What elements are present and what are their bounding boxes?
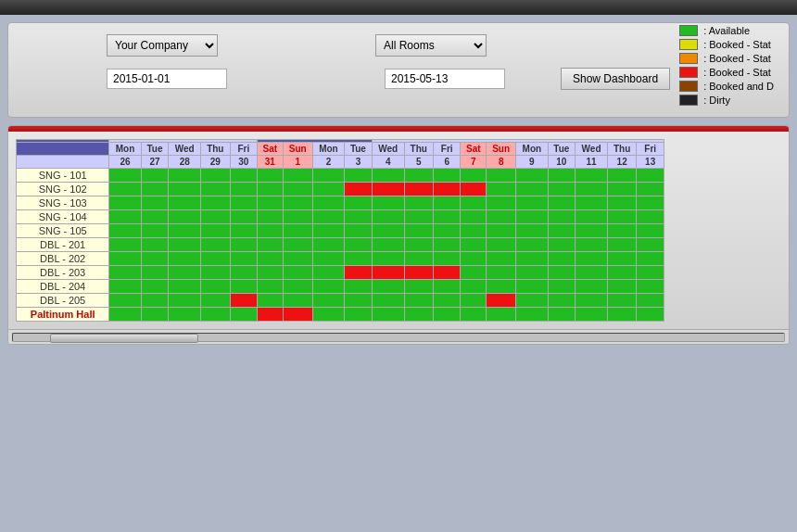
calendar-cell[interactable] [461, 196, 487, 210]
calendar-cell[interactable] [258, 252, 284, 266]
calendar-cell[interactable] [487, 210, 516, 224]
calendar-cell[interactable] [169, 183, 201, 196]
calendar-cell[interactable] [201, 238, 230, 252]
from-date-input[interactable] [107, 69, 227, 89]
calendar-cell[interactable] [169, 169, 201, 183]
calendar-cell[interactable] [169, 238, 201, 252]
calendar-cell[interactable] [345, 169, 373, 183]
calendar-cell[interactable] [109, 252, 141, 266]
calendar-cell[interactable] [345, 308, 373, 322]
calendar-cell[interactable] [487, 266, 516, 280]
calendar-cell[interactable] [312, 210, 344, 224]
calendar-cell[interactable] [608, 266, 637, 280]
calendar-cell[interactable] [169, 210, 201, 224]
calendar-cell[interactable] [516, 308, 548, 322]
calendar-cell[interactable] [487, 169, 516, 183]
calendar-cell[interactable] [433, 210, 461, 224]
calendar-cell[interactable] [637, 308, 664, 322]
calendar-cell[interactable] [576, 308, 608, 322]
calendar-cell[interactable] [141, 169, 169, 183]
calendar-cell[interactable] [548, 196, 576, 210]
calendar-cell[interactable] [576, 169, 608, 183]
calendar-cell[interactable] [372, 308, 404, 322]
calendar-cell[interactable] [433, 169, 461, 183]
calendar-cell[interactable] [461, 210, 487, 224]
calendar-cell[interactable] [516, 252, 548, 266]
calendar-cell[interactable] [637, 224, 664, 238]
calendar-cell[interactable] [258, 169, 284, 183]
calendar-cell[interactable] [230, 183, 258, 196]
calendar-cell[interactable] [461, 266, 487, 280]
calendar-cell[interactable] [433, 266, 461, 280]
calendar-cell[interactable] [141, 252, 169, 266]
calendar-cell[interactable] [312, 196, 344, 210]
calendar-cell[interactable] [461, 308, 487, 322]
calendar-cell[interactable] [637, 183, 664, 196]
calendar-cell[interactable] [312, 266, 344, 280]
hotel-select[interactable]: Your Company [107, 34, 218, 57]
calendar-cell[interactable] [312, 252, 344, 266]
calendar-cell[interactable] [433, 238, 461, 252]
calendar-cell[interactable] [201, 308, 230, 322]
calendar-cell[interactable] [637, 280, 664, 294]
calendar-cell[interactable] [433, 280, 461, 294]
calendar-cell[interactable] [548, 224, 576, 238]
calendar-cell[interactable] [433, 308, 461, 322]
calendar-cell[interactable] [230, 196, 258, 210]
calendar-cell[interactable] [345, 294, 373, 308]
calendar-cell[interactable] [372, 294, 404, 308]
calendar-cell[interactable] [201, 169, 230, 183]
calendar-cell[interactable] [461, 169, 487, 183]
calendar-cell[interactable] [433, 183, 461, 196]
calendar-cell[interactable] [608, 210, 637, 224]
calendar-cell[interactable] [461, 294, 487, 308]
calendar-cell[interactable] [576, 294, 608, 308]
calendar-cell[interactable] [283, 308, 312, 322]
calendar-cell[interactable] [345, 196, 373, 210]
calendar-cell[interactable] [548, 280, 576, 294]
calendar-cell[interactable] [109, 196, 141, 210]
calendar-cell[interactable] [404, 252, 433, 266]
calendar-cell[interactable] [258, 238, 284, 252]
calendar-cell[interactable] [404, 210, 433, 224]
calendar-cell[interactable] [548, 183, 576, 196]
calendar-cell[interactable] [576, 280, 608, 294]
calendar-cell[interactable] [230, 294, 258, 308]
calendar-cell[interactable] [230, 238, 258, 252]
calendar-cell[interactable] [461, 183, 487, 196]
calendar-cell[interactable] [283, 196, 312, 210]
calendar-cell[interactable] [608, 224, 637, 238]
calendar-cell[interactable] [637, 169, 664, 183]
calendar-cell[interactable] [404, 238, 433, 252]
calendar-cell[interactable] [608, 308, 637, 322]
calendar-cell[interactable] [404, 169, 433, 183]
calendar-cell[interactable] [312, 308, 344, 322]
calendar-cell[interactable] [230, 210, 258, 224]
calendar-cell[interactable] [109, 280, 141, 294]
calendar-cell[interactable] [487, 280, 516, 294]
calendar-cell[interactable] [141, 308, 169, 322]
calendar-cell[interactable] [461, 252, 487, 266]
calendar-cell[interactable] [345, 266, 373, 280]
calendar-cell[interactable] [372, 280, 404, 294]
calendar-cell[interactable] [516, 266, 548, 280]
calendar-cell[interactable] [109, 224, 141, 238]
calendar-cell[interactable] [141, 238, 169, 252]
calendar-cell[interactable] [576, 224, 608, 238]
calendar-cell[interactable] [576, 183, 608, 196]
calendar-cell[interactable] [404, 183, 433, 196]
calendar-cell[interactable] [608, 196, 637, 210]
calendar-cell[interactable] [109, 294, 141, 308]
calendar-cell[interactable] [169, 196, 201, 210]
calendar-cell[interactable] [548, 252, 576, 266]
calendar-cell[interactable] [637, 266, 664, 280]
calendar-cell[interactable] [283, 238, 312, 252]
calendar-cell[interactable] [372, 196, 404, 210]
calendar-cell[interactable] [576, 266, 608, 280]
show-dashboard-button[interactable]: Show Dashboard [561, 68, 670, 90]
calendar-cell[interactable] [487, 224, 516, 238]
calendar-cell[interactable] [548, 210, 576, 224]
calendar-cell[interactable] [487, 294, 516, 308]
calendar-cell[interactable] [258, 183, 284, 196]
calendar-cell[interactable] [516, 183, 548, 196]
